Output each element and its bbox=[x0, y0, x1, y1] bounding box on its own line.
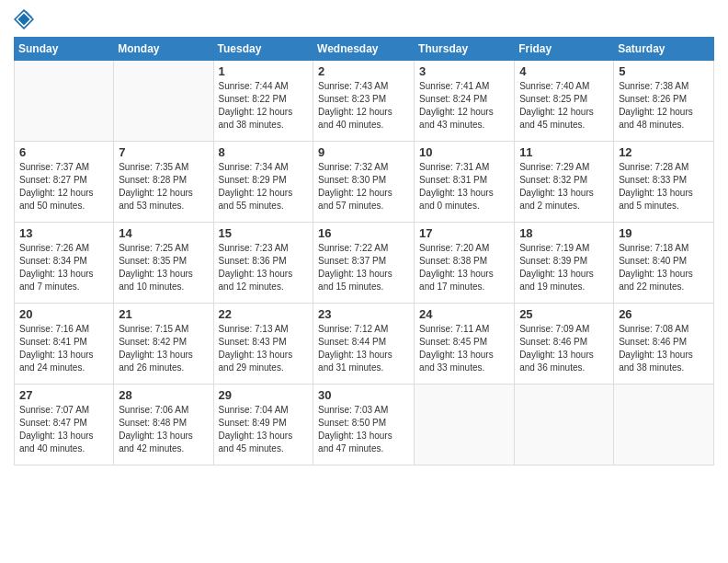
day-info: Sunrise: 7:18 AM Sunset: 8:40 PM Dayligh… bbox=[619, 242, 709, 293]
day-number: 26 bbox=[619, 307, 709, 321]
calendar-cell: 16Sunrise: 7:22 AM Sunset: 8:37 PM Dayli… bbox=[313, 223, 415, 304]
calendar-cell bbox=[515, 385, 614, 465]
day-info: Sunrise: 7:06 AM Sunset: 8:48 PM Dayligh… bbox=[119, 404, 208, 455]
calendar-header-sunday: Sunday bbox=[15, 38, 114, 61]
day-number: 3 bbox=[419, 64, 509, 78]
calendar-cell: 6Sunrise: 7:37 AM Sunset: 8:27 PM Daylig… bbox=[15, 142, 114, 223]
calendar-cell bbox=[415, 385, 515, 465]
calendar-header-friday: Friday bbox=[515, 38, 614, 61]
calendar-cell: 26Sunrise: 7:08 AM Sunset: 8:46 PM Dayli… bbox=[614, 304, 714, 385]
day-number: 4 bbox=[519, 64, 609, 78]
logo bbox=[14, 9, 36, 29]
day-info: Sunrise: 7:07 AM Sunset: 8:47 PM Dayligh… bbox=[19, 404, 108, 455]
calendar-cell: 25Sunrise: 7:09 AM Sunset: 8:46 PM Dayli… bbox=[515, 304, 614, 385]
calendar-cell: 4Sunrise: 7:40 AM Sunset: 8:25 PM Daylig… bbox=[515, 61, 614, 142]
calendar-cell: 14Sunrise: 7:25 AM Sunset: 8:35 PM Dayli… bbox=[114, 223, 213, 304]
calendar-header-monday: Monday bbox=[114, 38, 213, 61]
day-info: Sunrise: 7:11 AM Sunset: 8:45 PM Dayligh… bbox=[419, 323, 509, 374]
calendar-cell: 18Sunrise: 7:19 AM Sunset: 8:39 PM Dayli… bbox=[515, 223, 614, 304]
calendar-cell: 5Sunrise: 7:38 AM Sunset: 8:26 PM Daylig… bbox=[614, 61, 714, 142]
day-info: Sunrise: 7:15 AM Sunset: 8:42 PM Dayligh… bbox=[119, 323, 208, 374]
day-number: 11 bbox=[519, 145, 609, 159]
day-info: Sunrise: 7:31 AM Sunset: 8:31 PM Dayligh… bbox=[419, 161, 509, 213]
day-info: Sunrise: 7:41 AM Sunset: 8:24 PM Dayligh… bbox=[419, 80, 509, 132]
day-number: 20 bbox=[19, 307, 108, 321]
calendar-cell: 17Sunrise: 7:20 AM Sunset: 8:38 PM Dayli… bbox=[415, 223, 515, 304]
calendar-cell: 20Sunrise: 7:16 AM Sunset: 8:41 PM Dayli… bbox=[15, 304, 114, 385]
day-info: Sunrise: 7:28 AM Sunset: 8:33 PM Dayligh… bbox=[619, 161, 709, 213]
day-info: Sunrise: 7:23 AM Sunset: 8:36 PM Dayligh… bbox=[219, 242, 309, 293]
calendar-cell: 8Sunrise: 7:34 AM Sunset: 8:29 PM Daylig… bbox=[213, 142, 313, 223]
day-info: Sunrise: 7:26 AM Sunset: 8:34 PM Dayligh… bbox=[19, 242, 108, 293]
calendar-cell: 22Sunrise: 7:13 AM Sunset: 8:43 PM Dayli… bbox=[213, 304, 313, 385]
day-number: 6 bbox=[19, 145, 108, 159]
calendar-cell: 30Sunrise: 7:03 AM Sunset: 8:50 PM Dayli… bbox=[313, 385, 415, 465]
day-number: 16 bbox=[318, 226, 409, 240]
calendar-cell bbox=[114, 61, 213, 142]
page: SundayMondayTuesdayWednesdayThursdayFrid… bbox=[0, 0, 728, 563]
day-info: Sunrise: 7:34 AM Sunset: 8:29 PM Dayligh… bbox=[219, 161, 309, 213]
day-number: 12 bbox=[619, 145, 709, 159]
calendar-cell bbox=[614, 385, 714, 465]
day-number: 8 bbox=[219, 145, 309, 159]
day-number: 30 bbox=[318, 388, 409, 402]
day-number: 23 bbox=[318, 307, 409, 321]
calendar-header-row: SundayMondayTuesdayWednesdayThursdayFrid… bbox=[15, 38, 714, 61]
calendar-cell: 9Sunrise: 7:32 AM Sunset: 8:30 PM Daylig… bbox=[313, 142, 415, 223]
calendar-cell: 15Sunrise: 7:23 AM Sunset: 8:36 PM Dayli… bbox=[213, 223, 313, 304]
header bbox=[14, 9, 714, 29]
day-info: Sunrise: 7:20 AM Sunset: 8:38 PM Dayligh… bbox=[419, 242, 509, 293]
calendar-week-row: 27Sunrise: 7:07 AM Sunset: 8:47 PM Dayli… bbox=[15, 385, 714, 465]
day-number: 1 bbox=[219, 64, 309, 78]
day-number: 21 bbox=[119, 307, 208, 321]
calendar-cell: 2Sunrise: 7:43 AM Sunset: 8:23 PM Daylig… bbox=[313, 61, 415, 142]
day-info: Sunrise: 7:08 AM Sunset: 8:46 PM Dayligh… bbox=[619, 323, 709, 374]
day-info: Sunrise: 7:40 AM Sunset: 8:25 PM Dayligh… bbox=[519, 80, 609, 132]
day-info: Sunrise: 7:12 AM Sunset: 8:44 PM Dayligh… bbox=[318, 323, 409, 374]
day-number: 10 bbox=[419, 145, 509, 159]
calendar-cell: 21Sunrise: 7:15 AM Sunset: 8:42 PM Dayli… bbox=[114, 304, 213, 385]
day-number: 13 bbox=[19, 226, 108, 240]
day-info: Sunrise: 7:13 AM Sunset: 8:43 PM Dayligh… bbox=[219, 323, 309, 374]
day-info: Sunrise: 7:03 AM Sunset: 8:50 PM Dayligh… bbox=[318, 404, 409, 455]
calendar-cell: 1Sunrise: 7:44 AM Sunset: 8:22 PM Daylig… bbox=[213, 61, 313, 142]
day-info: Sunrise: 7:37 AM Sunset: 8:27 PM Dayligh… bbox=[19, 161, 108, 213]
calendar-week-row: 1Sunrise: 7:44 AM Sunset: 8:22 PM Daylig… bbox=[15, 61, 714, 142]
calendar-cell: 11Sunrise: 7:29 AM Sunset: 8:32 PM Dayli… bbox=[515, 142, 614, 223]
day-number: 2 bbox=[318, 64, 409, 78]
calendar-cell: 27Sunrise: 7:07 AM Sunset: 8:47 PM Dayli… bbox=[15, 385, 114, 465]
day-number: 9 bbox=[318, 145, 409, 159]
calendar-week-row: 6Sunrise: 7:37 AM Sunset: 8:27 PM Daylig… bbox=[15, 142, 714, 223]
day-info: Sunrise: 7:32 AM Sunset: 8:30 PM Dayligh… bbox=[318, 161, 409, 213]
day-info: Sunrise: 7:43 AM Sunset: 8:23 PM Dayligh… bbox=[318, 80, 409, 132]
day-info: Sunrise: 7:16 AM Sunset: 8:41 PM Dayligh… bbox=[19, 323, 108, 374]
day-info: Sunrise: 7:38 AM Sunset: 8:26 PM Dayligh… bbox=[619, 80, 709, 132]
day-number: 27 bbox=[19, 388, 108, 402]
day-number: 25 bbox=[519, 307, 609, 321]
calendar-cell: 7Sunrise: 7:35 AM Sunset: 8:28 PM Daylig… bbox=[114, 142, 213, 223]
day-info: Sunrise: 7:22 AM Sunset: 8:37 PM Dayligh… bbox=[318, 242, 409, 293]
day-info: Sunrise: 7:25 AM Sunset: 8:35 PM Dayligh… bbox=[119, 242, 208, 293]
calendar-cell: 13Sunrise: 7:26 AM Sunset: 8:34 PM Dayli… bbox=[15, 223, 114, 304]
calendar-cell: 12Sunrise: 7:28 AM Sunset: 8:33 PM Dayli… bbox=[614, 142, 714, 223]
calendar-header-thursday: Thursday bbox=[415, 38, 515, 61]
day-number: 17 bbox=[419, 226, 509, 240]
day-info: Sunrise: 7:19 AM Sunset: 8:39 PM Dayligh… bbox=[519, 242, 609, 293]
day-number: 29 bbox=[219, 388, 309, 402]
day-number: 24 bbox=[419, 307, 509, 321]
calendar-cell: 24Sunrise: 7:11 AM Sunset: 8:45 PM Dayli… bbox=[415, 304, 515, 385]
calendar-table: SundayMondayTuesdayWednesdayThursdayFrid… bbox=[14, 37, 714, 465]
day-number: 7 bbox=[119, 145, 208, 159]
day-info: Sunrise: 7:04 AM Sunset: 8:49 PM Dayligh… bbox=[219, 404, 309, 455]
calendar-cell: 10Sunrise: 7:31 AM Sunset: 8:31 PM Dayli… bbox=[415, 142, 515, 223]
day-info: Sunrise: 7:09 AM Sunset: 8:46 PM Dayligh… bbox=[519, 323, 609, 374]
day-info: Sunrise: 7:35 AM Sunset: 8:28 PM Dayligh… bbox=[119, 161, 208, 213]
day-number: 18 bbox=[519, 226, 609, 240]
calendar-cell bbox=[15, 61, 114, 142]
calendar-cell: 28Sunrise: 7:06 AM Sunset: 8:48 PM Dayli… bbox=[114, 385, 213, 465]
day-number: 19 bbox=[619, 226, 709, 240]
calendar-header-wednesday: Wednesday bbox=[313, 38, 415, 61]
calendar-cell: 19Sunrise: 7:18 AM Sunset: 8:40 PM Dayli… bbox=[614, 223, 714, 304]
day-number: 14 bbox=[119, 226, 208, 240]
day-number: 15 bbox=[219, 226, 309, 240]
